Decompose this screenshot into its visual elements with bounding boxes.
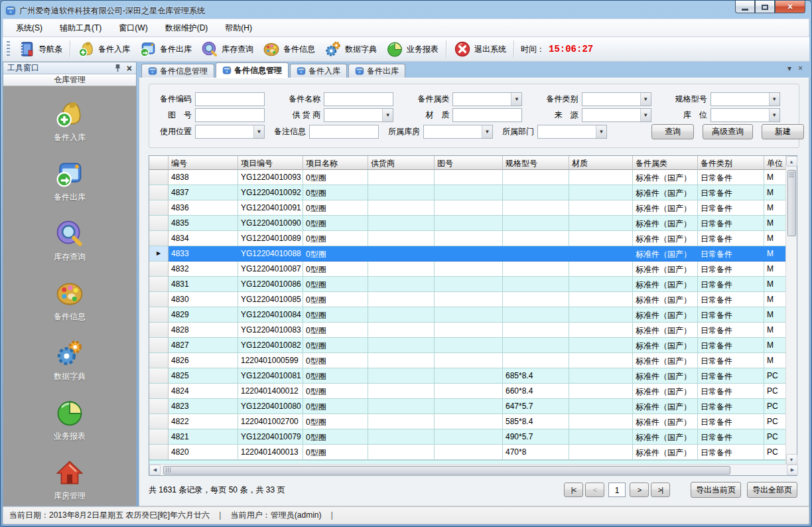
row-selector[interactable] bbox=[149, 399, 169, 414]
table-row[interactable]: 4832YG122040100870型圈标准件（国产）日常备件M bbox=[149, 262, 786, 277]
part-code-input[interactable] bbox=[195, 92, 265, 106]
vertical-scrollbar[interactable]: ▲ ▼ bbox=[785, 156, 797, 465]
sidebar-item-parts-outbound[interactable]: 备件出库 bbox=[54, 159, 86, 203]
sidebar-section-header[interactable]: 仓库管理 bbox=[3, 74, 136, 86]
table-row[interactable]: 4830YG122040100850型圈标准件（国产）日常备件M bbox=[149, 292, 786, 307]
row-selector[interactable] bbox=[149, 384, 169, 399]
column-header[interactable]: 项目名称 bbox=[303, 156, 368, 170]
column-header[interactable]: 备件类别 bbox=[698, 156, 764, 170]
table-row[interactable]: 482012204014000130型圈470*8标准件（国产）日常备件PC bbox=[149, 445, 786, 460]
sidebar-item-parts-inbound[interactable]: 备件入库 bbox=[54, 100, 86, 143]
row-selector[interactable] bbox=[149, 414, 169, 429]
row-selector[interactable] bbox=[149, 307, 169, 323]
scroll-right-icon[interactable]: ▶ bbox=[787, 465, 798, 475]
chevron-down-icon[interactable]: ▼ bbox=[511, 93, 521, 106]
sidebar-item-stock-query[interactable]: 库存查询 bbox=[54, 219, 86, 263]
menu-help[interactable]: 帮助(H) bbox=[216, 20, 261, 37]
chevron-down-icon[interactable]: ▼ bbox=[253, 125, 264, 138]
table-row[interactable]: 4827YG122040100820型圈标准件（国产）日常备件M bbox=[149, 338, 786, 353]
scroll-left-icon[interactable]: ◀ bbox=[149, 465, 161, 475]
maximize-button[interactable] bbox=[755, 1, 775, 13]
tab-parts-outbound[interactable]: 备件出库 bbox=[348, 64, 405, 78]
row-selector[interactable] bbox=[149, 216, 169, 231]
row-selector[interactable] bbox=[149, 353, 169, 368]
table-row[interactable]: 4828YG122040100830型圈标准件（国产）日常备件M bbox=[149, 323, 786, 338]
tab-parts-info-manage-2-active[interactable]: 备件信息管理 bbox=[216, 62, 289, 78]
export-all-pages-button[interactable]: 导出全部页 bbox=[747, 482, 797, 498]
vertical-scroll-thumb[interactable] bbox=[787, 170, 796, 236]
toolbar-parts-inbound[interactable]: 备件入库 bbox=[73, 38, 135, 60]
table-row[interactable]: 4835YG122040100900型圈标准件（国产）日常备件M bbox=[149, 216, 786, 231]
new-button[interactable]: 新建 bbox=[762, 124, 804, 139]
toolbar-exit-system[interactable]: 退出系统 bbox=[449, 38, 511, 60]
chevron-down-icon[interactable]: ▼ bbox=[596, 125, 606, 138]
part-name-input[interactable] bbox=[324, 92, 393, 106]
column-header[interactable]: 备件属类 bbox=[633, 156, 698, 170]
toolbar-stock-query[interactable]: 库存查询 bbox=[196, 38, 258, 60]
menu-system[interactable]: 系统(S) bbox=[7, 20, 51, 37]
export-current-page-button[interactable]: 导出当前页 bbox=[691, 482, 741, 498]
column-header[interactable]: 规格型号 bbox=[503, 156, 569, 170]
row-selector[interactable] bbox=[149, 185, 169, 200]
toolbar-parts-info[interactable]: 备件信息 bbox=[258, 38, 320, 60]
column-header[interactable]: 材质 bbox=[569, 156, 633, 170]
scroll-down-icon[interactable]: ▼ bbox=[786, 454, 797, 465]
last-page-button[interactable]: >| bbox=[651, 483, 670, 497]
location-select[interactable]: ▼ bbox=[710, 108, 780, 122]
chevron-down-icon[interactable]: ▼ bbox=[640, 93, 651, 106]
sidebar-item-parts-info[interactable]: 备件信息 bbox=[54, 279, 86, 323]
table-row[interactable]: 4831YG122040100860型圈标准件（国产）日常备件M bbox=[149, 277, 786, 292]
toolbar-data-dictionary[interactable]: 数据字典 bbox=[320, 38, 381, 60]
table-row[interactable]: 4825YG122040100810型圈685*8.4标准件（国产）日常备件PC bbox=[149, 368, 786, 384]
sidebar-item-warehouse-manage[interactable]: 库房管理 bbox=[54, 458, 86, 502]
chevron-down-icon[interactable]: ▾ bbox=[787, 64, 791, 72]
row-selector[interactable] bbox=[149, 262, 169, 277]
chevron-down-icon[interactable]: ▼ bbox=[482, 125, 492, 138]
table-row[interactable]: ▶4833YG122040100880型圈标准件（国产）日常备件M bbox=[149, 246, 786, 262]
row-selector-current[interactable]: ▶ bbox=[149, 246, 169, 262]
warehouse-select[interactable]: ▼ bbox=[423, 125, 493, 139]
row-selector[interactable] bbox=[149, 170, 169, 185]
chevron-down-icon[interactable]: ▼ bbox=[382, 109, 393, 121]
supplier-select[interactable]: ▼ bbox=[324, 108, 393, 122]
column-header[interactable]: 单位 bbox=[764, 156, 786, 170]
horizontal-scroll-thumb[interactable] bbox=[163, 466, 730, 475]
table-row[interactable]: 4837YG122040100920型圈标准件（国产）日常备件M bbox=[149, 185, 786, 200]
row-selector[interactable] bbox=[149, 429, 169, 445]
remark-input[interactable] bbox=[309, 125, 379, 139]
table-row[interactable]: 4823YG122040100800型圈647*5.7标准件（国产）日常备件PC bbox=[149, 399, 786, 414]
table-row[interactable]: 482212204010027000型圈585*8.4标准件（国产）日常备件PC bbox=[149, 414, 786, 429]
minimize-button[interactable] bbox=[735, 1, 755, 13]
table-row[interactable]: 4838YG122040100930型圈标准件（国产）日常备件M bbox=[149, 170, 786, 185]
menu-tools[interactable]: 辅助工具(T) bbox=[51, 20, 110, 37]
table-row[interactable]: 482412204014000120型圈660*8.4标准件（国产）日常备件PC bbox=[149, 384, 786, 399]
close-icon[interactable]: × bbox=[127, 64, 132, 72]
spec-model-select[interactable]: ▼ bbox=[710, 92, 780, 106]
part-category-select[interactable]: ▼ bbox=[452, 92, 522, 106]
next-page-button[interactable]: > bbox=[630, 483, 649, 497]
toolbar-grip[interactable] bbox=[7, 41, 10, 57]
menu-window[interactable]: 窗口(W) bbox=[110, 20, 156, 37]
tab-parts-info-manage-1[interactable]: 备件信息管理 bbox=[141, 64, 214, 78]
column-header[interactable]: 项目编号 bbox=[238, 156, 303, 170]
material-input[interactable] bbox=[452, 108, 522, 122]
row-selector[interactable] bbox=[149, 231, 169, 246]
column-header[interactable]: 图号 bbox=[435, 156, 503, 170]
toolbar-navigator[interactable]: 导航条 bbox=[13, 38, 67, 60]
table-row[interactable]: 4829YG122040100840型圈标准件（国产）日常备件M bbox=[149, 307, 786, 323]
tab-parts-inbound[interactable]: 备件入库 bbox=[290, 64, 347, 78]
column-header[interactable]: 供货商 bbox=[368, 156, 435, 170]
part-class-select[interactable]: ▼ bbox=[582, 92, 651, 106]
row-selector[interactable] bbox=[149, 323, 169, 338]
close-icon[interactable]: × bbox=[798, 64, 803, 72]
table-row[interactable]: 4836YG122040100910型圈标准件（国产）日常备件M bbox=[149, 200, 786, 216]
first-page-button[interactable]: |< bbox=[564, 483, 583, 497]
toolbar-business-report[interactable]: 业务报表 bbox=[381, 38, 443, 60]
row-selector[interactable] bbox=[149, 292, 169, 307]
row-selector[interactable] bbox=[149, 445, 169, 460]
prev-page-button[interactable]: < bbox=[585, 483, 604, 497]
advanced-query-button[interactable]: 高级查询 bbox=[703, 124, 753, 139]
horizontal-scrollbar[interactable]: ◀ ▶ bbox=[149, 464, 798, 475]
close-button[interactable]: × bbox=[775, 1, 805, 13]
source-select[interactable]: ▼ bbox=[582, 108, 651, 122]
